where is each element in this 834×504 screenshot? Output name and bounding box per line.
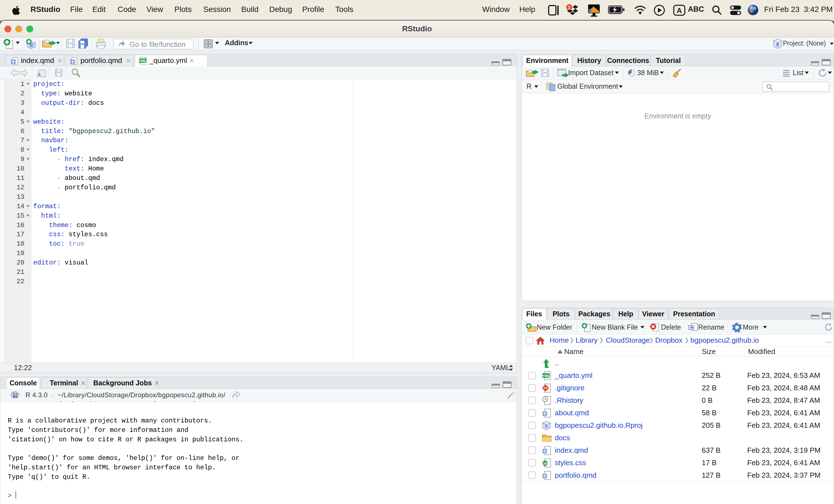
svg-text:YML: YML	[139, 59, 147, 63]
svg-text:YML: YML	[542, 374, 550, 378]
svg-text:R: R	[13, 391, 18, 399]
svg-text:R: R	[776, 42, 780, 47]
svg-text:CSS: CSS	[542, 462, 548, 465]
svg-text:1: 1	[568, 5, 571, 10]
svg-text:A: A	[677, 6, 682, 15]
svg-text:R: R	[545, 424, 548, 429]
